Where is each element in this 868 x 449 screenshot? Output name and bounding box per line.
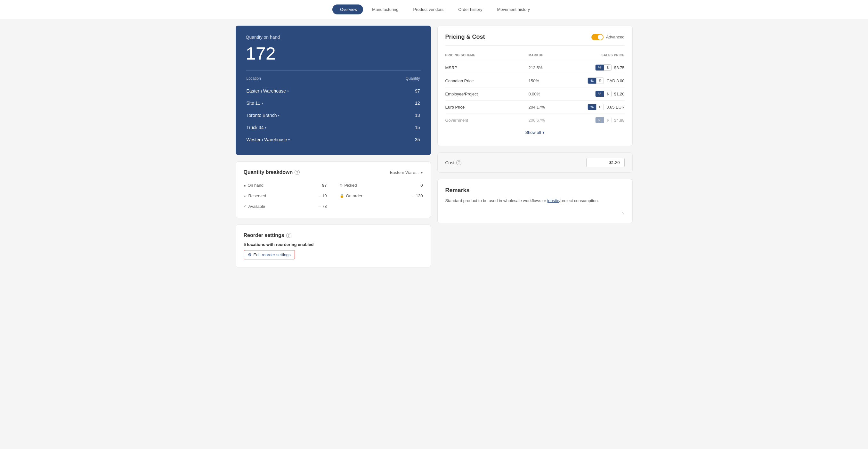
nav-tab-manufacturing[interactable]: Manufacturing <box>364 4 404 14</box>
pricing-scheme-header: PRICING SCHEME <box>445 51 529 60</box>
warehouse-name: Eastern Ware... <box>390 170 419 175</box>
edit-reorder-label: Edit reorder settings <box>254 252 291 257</box>
breakdown-item-icon: ⊙ <box>340 183 343 187</box>
markup-value: 206.67% <box>529 118 574 123</box>
cost-help-icon[interactable]: ? <box>456 160 461 165</box>
breakdown-row: 🔒 On order ···130 <box>340 192 423 200</box>
pricing-title: Pricing & Cost <box>445 34 485 40</box>
cost-value: $1.20 <box>586 158 625 167</box>
nav-tab-label: Manufacturing <box>372 7 398 12</box>
reorder-title: Reorder settings <box>244 233 284 238</box>
resize-handle[interactable]: ⤡ <box>445 211 625 215</box>
currency-btn[interactable]: $ <box>604 117 611 123</box>
percent-btn[interactable]: % <box>595 91 604 97</box>
sales-price: $4.88 <box>614 118 625 123</box>
location-row[interactable]: Eastern Warehouse ▾97 <box>247 85 420 97</box>
gear-icon: ⚙ <box>248 252 252 257</box>
nav-tab-label: Product vendors <box>413 7 444 12</box>
col-quantity: Quantity <box>377 76 420 85</box>
percent-btn[interactable]: % <box>588 78 596 84</box>
breakdown-row: ⊙ Picked 0 <box>340 182 423 189</box>
markup-type-toggle[interactable]: % $ <box>595 91 612 97</box>
remarks-title: Remarks <box>445 187 625 194</box>
location-row[interactable]: Western Warehouse ▾35 <box>247 134 420 145</box>
breakdown-row: ⊙ Reserved ···19 <box>244 192 327 200</box>
nav-tab-overview[interactable]: Overview <box>332 4 363 14</box>
currency-btn[interactable]: $ <box>596 78 603 84</box>
sales-price: $1.20 <box>614 92 625 96</box>
markup-value: 204.17% <box>529 105 574 110</box>
location-row[interactable]: Truck 34 ▾15 <box>247 122 420 133</box>
percent-btn[interactable]: % <box>595 117 604 123</box>
pricing-row: Employee/Project 0.00% % $ $1.20 <box>445 87 625 100</box>
pricing-salesprice-header: SALES PRICE <box>574 51 625 60</box>
remarks-card: Remarks Standard product to be used in w… <box>437 179 633 223</box>
markup-type-toggle[interactable]: % $ <box>588 78 604 84</box>
pricing-scheme: Canadian Price <box>445 79 529 83</box>
quantity-on-hand-card: Quantity on hand 172 Location Quantity E… <box>236 26 431 155</box>
remarks-text-after: /project consumption. <box>559 198 599 203</box>
markup-value: 0.00% <box>529 92 574 96</box>
sales-price: 3.65 EUR <box>607 105 624 110</box>
location-row[interactable]: Toronto Branch ▾13 <box>247 110 420 121</box>
remarks-text: Standard product to be used in wholesale… <box>445 198 625 204</box>
pricing-scheme: Government <box>445 118 529 123</box>
sales-price: $3.75 <box>614 65 625 70</box>
pricing-scheme: Employee/Project <box>445 92 529 96</box>
breakdown-title: Quantity breakdown <box>244 170 293 175</box>
breakdown-item-label: Available <box>248 204 266 209</box>
remarks-link[interactable]: jobsite <box>547 198 559 203</box>
warehouse-selector[interactable]: Eastern Ware... ▾ <box>390 170 423 175</box>
currency-btn[interactable]: $ <box>604 65 611 70</box>
cost-label: Cost <box>445 160 455 165</box>
pricing-row: Euro Price 204.17% % € 3.65 EUR <box>445 100 625 113</box>
pricing-row: Canadian Price 150% % $ CAD 3.00 <box>445 74 625 87</box>
breakdown-item-label: Reserved <box>248 193 267 198</box>
reorder-subtitle: 5 locations with reordering enabled <box>244 242 423 247</box>
nav-tab-label: Order history <box>458 7 482 12</box>
nav-tab-movement-history[interactable]: Movement history <box>489 4 536 14</box>
reorder-settings-card: Reorder settings ? 5 locations with reor… <box>236 224 431 267</box>
markup-type-toggle[interactable]: % $ <box>595 117 612 123</box>
breakdown-row: ✓ Available ···78 <box>244 203 327 210</box>
breakdown-item-icon: ⊙ <box>244 194 247 198</box>
pricing-scheme: Euro Price <box>445 105 529 110</box>
reorder-help-icon[interactable]: ? <box>286 233 291 238</box>
nav-tab-label: Overview <box>340 7 357 12</box>
top-nav: OverviewManufacturingProduct vendorsOrde… <box>0 0 868 19</box>
quantity-breakdown-card: Quantity breakdown ? Eastern Ware... ▾ ■… <box>236 161 431 218</box>
pricing-scheme: MSRP <box>445 65 529 70</box>
markup-value: 212.5% <box>529 65 574 70</box>
currency-btn[interactable]: € <box>596 104 603 110</box>
breakdown-item-label: On hand <box>248 183 264 188</box>
pricing-row: MSRP 212.5% % $ $3.75 <box>445 61 625 74</box>
advanced-label: Advanced <box>606 35 625 39</box>
location-table: Location Quantity Eastern Warehouse ▾97S… <box>246 76 421 146</box>
percent-btn[interactable]: % <box>588 104 596 110</box>
breakdown-help-icon[interactable]: ? <box>294 170 300 175</box>
breakdown-row: ■ On hand 97 <box>244 182 327 189</box>
col-location: Location <box>247 76 376 85</box>
nav-tab-product-vendors[interactable]: Product vendors <box>406 4 450 14</box>
show-all-button[interactable]: Show all ▾ <box>525 130 544 135</box>
currency-btn[interactable]: $ <box>604 91 611 97</box>
advanced-toggle[interactable] <box>591 34 603 40</box>
qty-number: 172 <box>246 43 421 64</box>
nav-tab-order-history[interactable]: Order history <box>451 4 488 14</box>
remarks-text-before: Standard product to be used in wholesale… <box>445 198 548 203</box>
breakdown-item-label: On order <box>346 193 363 198</box>
edit-reorder-button[interactable]: ⚙ Edit reorder settings <box>244 250 295 260</box>
pricing-row: Government 206.67% % $ $4.88 <box>445 113 625 126</box>
pricing-card: Pricing & Cost Advanced PRICING SCHEME M… <box>437 26 633 146</box>
location-row[interactable]: Site 11 ▾12 <box>247 97 420 109</box>
show-all-label: Show all <box>525 130 541 135</box>
sales-price: CAD 3.00 <box>607 79 624 83</box>
breakdown-item-icon: 🔒 <box>340 194 344 198</box>
pricing-markup-header: MARKUP <box>529 51 574 60</box>
breakdown-item-icon: ✓ <box>244 204 247 208</box>
nav-tab-label: Movement history <box>497 7 530 12</box>
percent-btn[interactable]: % <box>595 65 604 70</box>
markup-type-toggle[interactable]: % € <box>588 104 604 110</box>
markup-type-toggle[interactable]: % $ <box>595 64 612 71</box>
markup-value: 150% <box>529 79 574 83</box>
